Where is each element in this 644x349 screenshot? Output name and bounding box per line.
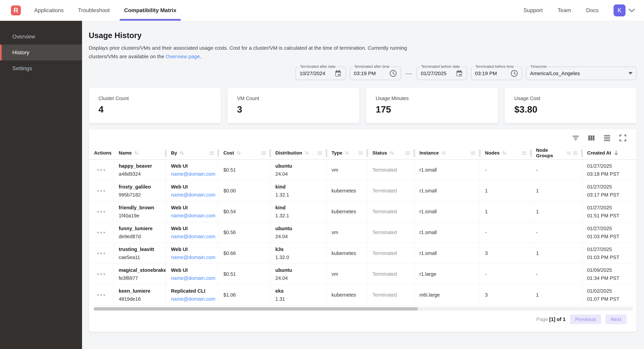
tab-compatibility-matrix[interactable]: Compatibility Matrix <box>124 0 176 21</box>
column-drag-handle[interactable] <box>522 152 526 155</box>
created-date: 01/27/2025 <box>587 163 636 169</box>
replicated-logo[interactable]: R <box>11 5 21 15</box>
clock-icon[interactable] <box>389 70 397 77</box>
created-by-email-link[interactable]: name@domain.com <box>171 192 218 198</box>
created-by-email-link[interactable]: name@domain.com <box>171 171 218 177</box>
column-resize-handle[interactable] <box>581 149 583 157</box>
terminated-after-date-field[interactable]: Terminated after date 10/27/2024 <box>296 67 346 80</box>
calendar-icon[interactable] <box>334 70 342 77</box>
column-header-type[interactable]: Type <box>326 147 367 159</box>
column-header-instance[interactable]: Instance <box>414 147 480 159</box>
column-drag-handle[interactable] <box>209 152 214 155</box>
status-cell: Terminated <box>367 285 414 305</box>
column-header-by[interactable]: By <box>166 147 218 159</box>
distribution-cell: ubuntu 24.04 <box>270 222 326 243</box>
column-resize-handle[interactable] <box>269 149 271 157</box>
clock-icon[interactable] <box>510 70 518 77</box>
created-date: 01/27/2025 <box>587 184 636 190</box>
filter-icon[interactable] <box>572 134 580 142</box>
horizontal-scrollbar-thumb[interactable] <box>94 307 418 311</box>
sort-icon <box>441 150 446 156</box>
column-resize-handle[interactable] <box>414 149 415 157</box>
column-drag-handle[interactable] <box>406 152 410 155</box>
created-by-source: Web UI <box>171 267 218 273</box>
show-hide-columns-icon[interactable] <box>588 134 595 142</box>
terminated-before-date-field[interactable]: Terminated before date 01/27/2025 <box>417 67 467 80</box>
description-period: . <box>200 54 201 59</box>
distribution-name: kind <box>275 205 326 211</box>
sidebar-item-overview[interactable]: Overview <box>0 29 82 44</box>
account-menu-button[interactable]: K <box>614 4 635 16</box>
type-value: vm <box>332 230 367 235</box>
cluster-name: frosty_galileo <box>118 184 166 190</box>
timezone-select[interactable]: Timezone America/Los_Angeles <box>526 67 637 80</box>
row-actions-button[interactable] <box>89 201 114 222</box>
fullscreen-icon[interactable] <box>619 134 626 142</box>
created-by-source: Web UI <box>171 226 218 231</box>
column-resize-handle[interactable] <box>530 149 532 157</box>
created-by-source: Web UI <box>171 205 218 211</box>
column-label: Created At <box>587 150 611 156</box>
row-actions-button[interactable] <box>89 222 114 243</box>
row-actions-button[interactable] <box>89 243 114 264</box>
name-cell: trusting_leavitt cae5ea11 <box>114 243 166 264</box>
created-by-email-link[interactable]: name@domain.com <box>171 275 218 281</box>
column-header-status[interactable]: Status <box>367 147 414 159</box>
column-resize-handle[interactable] <box>479 149 480 157</box>
created-by-email-link[interactable]: name@domain.com <box>171 255 218 260</box>
sidebar-item-history[interactable]: History <box>0 44 82 60</box>
node-groups-cell: - <box>531 222 582 243</box>
cluster-name: magical_stonebraker <box>118 267 166 273</box>
column-header-node-groups[interactable]: Node Groups <box>531 147 582 159</box>
row-actions-button[interactable] <box>89 264 114 285</box>
created-date: 01/27/2025 <box>587 247 636 252</box>
cost-cell: $0.56 <box>218 222 270 243</box>
docs-link[interactable]: Docs <box>586 7 598 13</box>
column-header-name[interactable]: Name <box>114 147 166 159</box>
column-drag-handle[interactable] <box>358 152 363 155</box>
created-by-email-link[interactable]: name@domain.com <box>171 296 218 302</box>
terminated-before-time-value: 03:19 PM <box>475 70 497 76</box>
stat-label: Usage Cost <box>514 96 636 101</box>
density-icon[interactable] <box>603 134 611 142</box>
sidebar-item-settings[interactable]: Settings <box>0 60 82 76</box>
column-drag-handle[interactable] <box>318 152 322 155</box>
support-link[interactable]: Support <box>524 7 543 13</box>
tab-applications[interactable]: Applications <box>34 0 64 21</box>
distribution-name: ubuntu <box>275 226 326 231</box>
column-header-cost[interactable]: Cost <box>218 147 270 159</box>
name-cell: keen_lumiere 4819de16 <box>114 285 166 305</box>
row-actions-button[interactable] <box>89 160 114 180</box>
created-at-cell: 01/02/2025 01:07 PM PST <box>582 285 636 305</box>
cost-value: $0.00 <box>224 188 270 194</box>
created-by-email-link[interactable]: name@domain.com <box>171 213 218 219</box>
calendar-icon[interactable] <box>456 70 463 77</box>
created-by-email-link[interactable]: name@domain.com <box>171 234 218 239</box>
node-groups-value: - <box>536 230 582 235</box>
status-cell: Terminated <box>367 160 414 180</box>
column-resize-handle[interactable] <box>218 149 219 157</box>
terminated-before-time-field[interactable]: Terminated before time 03:19 PM <box>471 67 522 80</box>
team-link[interactable]: Team <box>558 7 571 13</box>
tab-troubleshoot[interactable]: Troubleshoot <box>78 0 110 21</box>
previous-button[interactable]: Previous <box>570 315 601 324</box>
next-button[interactable]: Next <box>606 315 626 324</box>
column-resize-handle[interactable] <box>326 149 327 157</box>
stat-value: 3 <box>237 104 359 115</box>
column-header-nodes[interactable]: Nodes <box>480 147 531 159</box>
terminated-after-time-field[interactable]: Terminated after time 03:19 PM <box>350 67 401 80</box>
column-resize-handle[interactable] <box>165 149 167 157</box>
column-header-distribution[interactable]: Distribution <box>270 147 326 159</box>
nodes-cell: 1 <box>480 201 531 222</box>
row-actions-button[interactable] <box>89 180 114 201</box>
column-drag-handle[interactable] <box>573 152 578 155</box>
column-drag-handle[interactable] <box>471 152 475 155</box>
horizontal-scrollbar-track[interactable] <box>93 307 633 311</box>
node-groups-value: - <box>536 167 582 173</box>
column-drag-handle[interactable] <box>261 152 266 155</box>
overview-page-link[interactable]: Overview page <box>166 54 200 59</box>
column-resize-handle[interactable] <box>366 149 368 157</box>
column-header-created-at[interactable]: Created At <box>582 147 636 159</box>
nodes-value: - <box>485 230 531 235</box>
row-actions-button[interactable] <box>89 285 114 305</box>
